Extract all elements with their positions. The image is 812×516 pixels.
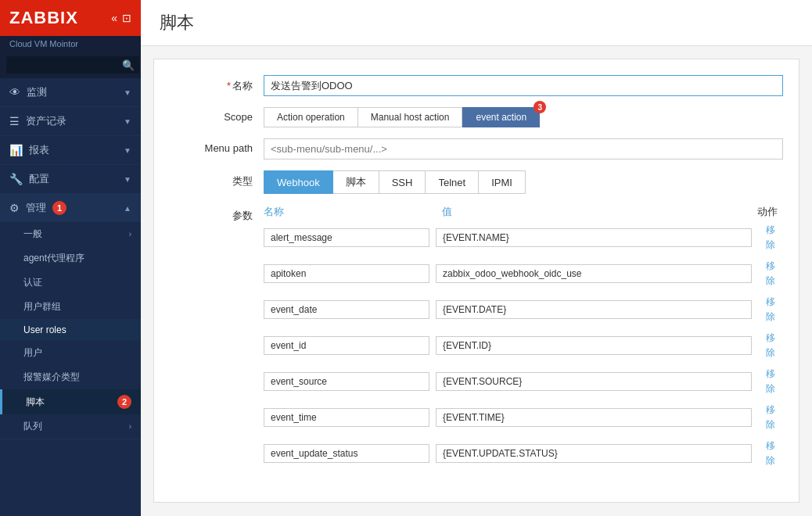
param-move-3[interactable]: 移 [766, 331, 775, 345]
resize-icon[interactable]: ⊡ [122, 12, 131, 24]
param-name-input-0[interactable] [264, 228, 429, 247]
param-name-input-5[interactable] [264, 408, 429, 427]
logo-area: ZABBIX « ⊡ [0, 0, 141, 36]
param-name-input-3[interactable] [264, 336, 429, 355]
param-move-5[interactable]: 移 [766, 403, 775, 417]
table-row: 移 除 [264, 224, 783, 252]
params-header: 名称 值 动作 [264, 205, 783, 219]
params-col-action: 动作 [752, 205, 783, 219]
type-webhook-btn[interactable]: Webhook [264, 170, 333, 194]
param-remove-1[interactable]: 除 [766, 274, 775, 288]
nav-assets[interactable]: ☰ 资产记录 ▼ [0, 107, 141, 136]
param-name-input-6[interactable] [264, 444, 429, 463]
scope-event-action-btn[interactable]: event action [462, 107, 540, 127]
scope-row: Scope Action operation Manual host actio… [154, 107, 799, 127]
user-roles-label: User roles [23, 324, 66, 335]
required-star: * [227, 80, 231, 91]
params-row: 参数 名称 值 动作 移 除 移 除 移 除 [154, 205, 799, 475]
sidebar-item-admin[interactable]: ⚙ 管理 1 ▲ [0, 194, 141, 222]
search-input[interactable] [6, 56, 139, 73]
param-value-input-0[interactable] [436, 228, 752, 247]
param-remove-5[interactable]: 除 [766, 418, 775, 432]
sidebar-item-monitoring[interactable]: 👁 监测 ▼ [0, 78, 141, 106]
name-input[interactable] [264, 75, 783, 96]
param-remove-2[interactable]: 除 [766, 310, 775, 324]
type-script-btn[interactable]: 脚本 [333, 170, 379, 194]
sidebar-item-reports[interactable]: 📊 报表 ▼ [0, 136, 141, 164]
sidebar-item-users[interactable]: 用户 [0, 341, 141, 365]
nav-reports[interactable]: 📊 报表 ▼ [0, 136, 141, 165]
scope-action-operation-btn[interactable]: Action operation [264, 107, 358, 127]
sidebar-item-general[interactable]: 一般 › [0, 222, 141, 246]
general-label: 一般 [23, 228, 42, 241]
param-value-input-6[interactable] [436, 444, 752, 463]
type-label: 类型 [170, 170, 264, 188]
type-ipmi-btn[interactable]: IPMI [479, 170, 526, 194]
general-arrow: › [129, 230, 131, 238]
scope-manual-host-btn[interactable]: Manual host action [358, 107, 463, 127]
nav-admin: ⚙ 管理 1 ▲ 一般 › agent代理程序 认证 用户群组 User rol… [0, 194, 141, 439]
assets-icon: ☰ [9, 115, 20, 127]
param-remove-0[interactable]: 除 [766, 238, 775, 252]
monitoring-arrow: ▼ [124, 88, 131, 97]
param-value-input-2[interactable] [436, 300, 752, 319]
sidebar-item-agent[interactable]: agent代理程序 [0, 246, 141, 271]
param-remove-3[interactable]: 除 [766, 346, 775, 360]
reports-icon: 📊 [9, 144, 23, 156]
sidebar-item-assets[interactable]: ☰ 资产记录 ▼ [0, 107, 141, 135]
param-move-4[interactable]: 移 [766, 367, 775, 381]
auth-label: 认证 [23, 276, 42, 289]
monitoring-label: 监测 [27, 85, 47, 99]
param-value-input-3[interactable] [436, 336, 752, 355]
nav-config[interactable]: 🔧 配置 ▼ [0, 165, 141, 194]
table-row: 移 除 [264, 296, 783, 324]
nav-monitoring[interactable]: 👁 监测 ▼ [0, 78, 141, 107]
collapse-icon[interactable]: « [111, 12, 117, 24]
name-row: *名称 [154, 75, 799, 96]
param-remove-6[interactable]: 除 [766, 454, 775, 468]
scope-buttons: Action operation Manual host action even… [264, 107, 540, 127]
logo-icons: « ⊡ [111, 12, 131, 24]
queue-label: 队列 [23, 420, 42, 433]
param-move-1[interactable]: 移 [766, 260, 775, 273]
name-label: *名称 [170, 75, 264, 93]
page-header: 脚本 [141, 0, 812, 46]
sidebar-item-auth[interactable]: 认证 [0, 271, 141, 295]
param-value-input-4[interactable] [436, 372, 752, 391]
param-value-input-5[interactable] [436, 408, 752, 427]
menu-path-label: Menu path [170, 138, 264, 154]
param-value-input-1[interactable] [436, 264, 752, 283]
param-move-2[interactable]: 移 [766, 296, 775, 309]
sidebar-item-scripts[interactable]: 脚本 2 [0, 389, 141, 414]
param-actions-4: 移 除 [758, 367, 783, 396]
sidebar-item-media-types[interactable]: 报警媒介类型 [0, 365, 141, 389]
menu-path-input[interactable] [264, 138, 783, 159]
sidebar-item-user-groups[interactable]: 用户群组 [0, 295, 141, 319]
param-name-input-2[interactable] [264, 300, 429, 319]
param-actions-6: 移 除 [758, 439, 783, 468]
search-icon[interactable]: 🔍 [122, 59, 135, 71]
search-area: 🔍 [0, 52, 141, 78]
scope-label: Scope [170, 107, 264, 123]
reports-label: 报表 [29, 143, 49, 157]
sidebar-item-config[interactable]: 🔧 配置 ▼ [0, 165, 141, 193]
user-groups-label: 用户群组 [23, 300, 61, 314]
sidebar-item-queue[interactable]: 队列 › [0, 414, 141, 439]
assets-arrow: ▼ [124, 117, 131, 126]
table-row: 移 除 [264, 367, 783, 396]
type-ssh-btn[interactable]: SSH [379, 170, 426, 194]
params-rows: 移 除 移 除 移 除 移 除 移 除 移 [264, 224, 783, 468]
type-telnet-btn[interactable]: Telnet [426, 170, 479, 194]
sidebar-item-user-roles[interactable]: User roles [0, 319, 141, 341]
param-name-input-1[interactable] [264, 264, 429, 283]
param-move-6[interactable]: 移 [766, 439, 775, 453]
param-remove-4[interactable]: 除 [766, 382, 775, 396]
param-move-0[interactable]: 移 [766, 224, 775, 237]
params-col-name: 名称 [264, 205, 436, 219]
param-name-input-4[interactable] [264, 372, 429, 391]
params-col-value: 值 [442, 205, 752, 219]
admin-arrow: ▲ [124, 204, 131, 213]
config-icon: 🔧 [9, 173, 23, 185]
media-types-label: 报警媒介类型 [23, 371, 80, 384]
reports-arrow: ▼ [124, 146, 131, 155]
